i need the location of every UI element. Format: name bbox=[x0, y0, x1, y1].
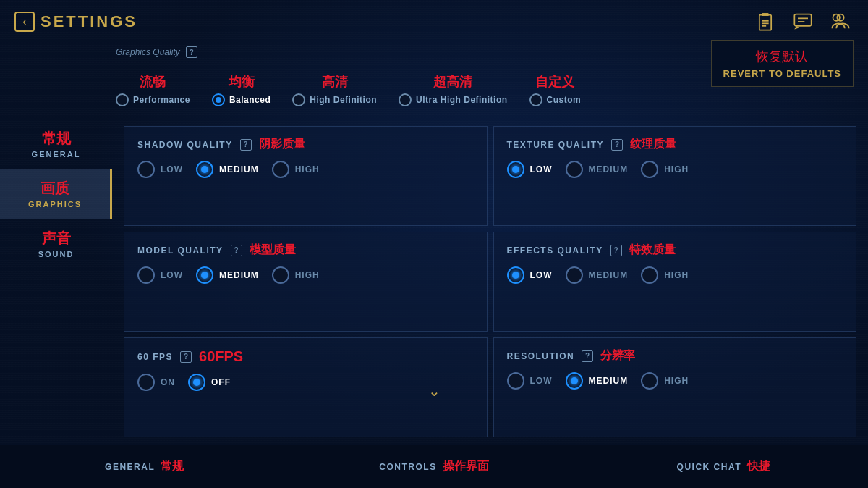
effects-medium-radio[interactable] bbox=[566, 266, 583, 284]
effects-high-option[interactable]: HIGH bbox=[641, 266, 689, 284]
effects-quality-cell: EFFECTS QUALITY ? 特效质量 LOW MEDIUM bbox=[493, 232, 857, 332]
fps-off-option[interactable]: OFF bbox=[188, 374, 231, 391]
back-arrow-icon: ‹ bbox=[14, 12, 35, 32]
texture-low-radio[interactable] bbox=[507, 161, 524, 178]
bottom-nav-controls-cn: 操作界面 bbox=[443, 459, 489, 474]
model-quality-title-en: MODEL QUALITY bbox=[137, 245, 224, 256]
texture-quality-info[interactable]: ? bbox=[611, 139, 623, 151]
tab-balanced-radio[interactable] bbox=[212, 93, 225, 106]
tab-high-def[interactable]: 高清 High Definition bbox=[292, 73, 377, 106]
graphics-quality-info-icon[interactable]: ? bbox=[186, 46, 197, 58]
resolution-low-option[interactable]: LOW bbox=[507, 372, 553, 390]
tab-custom-radio[interactable] bbox=[529, 93, 542, 106]
shadow-quality-title-en: SHADOW QUALITY bbox=[137, 140, 233, 150]
shadow-quality-info[interactable]: ? bbox=[240, 139, 252, 151]
model-quality-info[interactable]: ? bbox=[231, 245, 242, 256]
resolution-info[interactable]: ? bbox=[582, 350, 593, 362]
effects-low-option[interactable]: LOW bbox=[507, 266, 553, 284]
texture-medium-option[interactable]: MEDIUM bbox=[566, 161, 629, 178]
shadow-medium-option[interactable]: MEDIUM bbox=[196, 161, 259, 178]
shadow-low-option[interactable]: LOW bbox=[137, 161, 183, 178]
bottom-nav-general-en: GENERAL bbox=[105, 462, 155, 472]
tab-high-def-cn: 高清 bbox=[322, 73, 348, 91]
revert-tooltip[interactable]: 恢复默认 REVERT TO DEFAULTS bbox=[711, 40, 854, 87]
tab-high-def-radio[interactable] bbox=[292, 93, 305, 106]
sidebar-item-general[interactable]: 常规 GENERAL bbox=[0, 119, 112, 169]
texture-high-option[interactable]: HIGH bbox=[641, 161, 689, 178]
shadow-high-option[interactable]: HIGH bbox=[272, 161, 320, 178]
texture-low-option[interactable]: LOW bbox=[507, 161, 553, 178]
texture-quality-title-cn: 纹理质量 bbox=[630, 137, 676, 152]
fps-off-radio[interactable] bbox=[188, 374, 205, 391]
effects-low-radio[interactable] bbox=[507, 266, 524, 284]
tab-balanced-en: Balanced bbox=[229, 95, 271, 105]
model-low-radio[interactable] bbox=[137, 266, 155, 284]
tab-performance-cn: 流畅 bbox=[140, 73, 166, 91]
sidebar-item-graphics[interactable]: 画质 GRAPHICS bbox=[0, 169, 112, 219]
header: ‹ SETTINGS bbox=[0, 0, 868, 43]
tab-balanced[interactable]: 均衡 Balanced bbox=[212, 73, 271, 106]
graphics-quality-label-en: Graphics Quality bbox=[116, 47, 180, 57]
tab-ultra-hd[interactable]: 超高清 Ultra High Definition bbox=[399, 73, 508, 106]
texture-medium-label: MEDIUM bbox=[589, 164, 629, 174]
tab-custom[interactable]: 自定义 Custom bbox=[529, 73, 582, 106]
svg-rect-2 bbox=[762, 13, 768, 16]
bottom-nav-controls[interactable]: CONTROLS 操作界面 bbox=[289, 445, 579, 488]
bottom-nav-quickchat-en: QUICK CHAT bbox=[677, 462, 741, 472]
texture-medium-radio[interactable] bbox=[566, 161, 583, 178]
tab-ultra-hd-radio[interactable] bbox=[399, 93, 412, 106]
resolution-medium-radio[interactable] bbox=[566, 372, 583, 390]
fps-off-label: OFF bbox=[211, 377, 231, 387]
model-medium-option[interactable]: MEDIUM bbox=[196, 266, 259, 284]
back-button[interactable]: ‹ SETTINGS bbox=[14, 12, 137, 32]
settings-title: SETTINGS bbox=[41, 12, 137, 31]
model-high-option[interactable]: HIGH bbox=[272, 266, 320, 284]
shadow-high-radio[interactable] bbox=[272, 161, 289, 178]
sidebar-sound-cn: 声音 bbox=[42, 229, 71, 248]
effects-quality-title-cn: 特效质量 bbox=[629, 243, 676, 258]
tab-high-def-en: High Definition bbox=[310, 95, 377, 105]
clipboard-icon bbox=[755, 12, 775, 32]
effects-quality-info[interactable]: ? bbox=[610, 245, 622, 256]
tab-custom-cn: 自定义 bbox=[535, 73, 574, 91]
bottom-nav-quickchat-cn: 快捷 bbox=[747, 459, 770, 474]
fps-on-radio[interactable] bbox=[137, 374, 155, 391]
tab-performance-radio[interactable] bbox=[116, 93, 129, 106]
effects-high-label: HIGH bbox=[664, 270, 689, 280]
header-icons bbox=[752, 9, 854, 35]
tab-custom-en: Custom bbox=[547, 95, 582, 105]
shadow-medium-radio[interactable] bbox=[196, 161, 213, 178]
resolution-medium-label: MEDIUM bbox=[589, 376, 629, 386]
tab-performance[interactable]: 流畅 Performance bbox=[116, 73, 190, 106]
sidebar-item-sound[interactable]: 声音 SOUND bbox=[0, 219, 112, 269]
model-high-label: HIGH bbox=[295, 270, 320, 280]
texture-quality-title-en: TEXTURE QUALITY bbox=[507, 140, 605, 150]
clipboard-icon-button[interactable] bbox=[752, 9, 778, 35]
fps-on-option[interactable]: ON bbox=[137, 374, 175, 391]
model-low-option[interactable]: LOW bbox=[137, 266, 183, 284]
shadow-low-radio[interactable] bbox=[137, 161, 155, 178]
shadow-quality-title-cn: 阴影质量 bbox=[259, 137, 305, 152]
profile-icon-button[interactable] bbox=[827, 9, 854, 35]
resolution-low-label: LOW bbox=[530, 376, 553, 386]
resolution-low-radio[interactable] bbox=[507, 372, 524, 390]
shadow-medium-label: MEDIUM bbox=[219, 164, 259, 174]
bottom-nav-quickchat[interactable]: QUICK CHAT 快捷 bbox=[579, 445, 868, 488]
fps-info[interactable]: ? bbox=[180, 351, 192, 363]
model-high-radio[interactable] bbox=[272, 266, 289, 284]
resolution-high-radio[interactable] bbox=[641, 372, 658, 390]
texture-high-label: HIGH bbox=[664, 164, 689, 174]
model-medium-radio[interactable] bbox=[196, 266, 213, 284]
effects-high-radio[interactable] bbox=[641, 266, 658, 284]
resolution-medium-option[interactable]: MEDIUM bbox=[566, 372, 629, 390]
chat-icon-button[interactable] bbox=[790, 9, 816, 35]
effects-medium-option[interactable]: MEDIUM bbox=[566, 266, 629, 284]
texture-high-radio[interactable] bbox=[641, 161, 658, 178]
tab-ultra-hd-cn: 超高清 bbox=[433, 73, 472, 91]
resolution-high-option[interactable]: HIGH bbox=[641, 372, 689, 390]
tab-performance-en: Performance bbox=[133, 95, 190, 105]
bottom-nav-general[interactable]: GENERAL 常规 bbox=[0, 445, 289, 488]
bottom-nav-controls-en: CONTROLS bbox=[379, 462, 436, 472]
shadow-high-label: HIGH bbox=[295, 164, 320, 174]
fps-title-en: 60 FPS bbox=[137, 352, 173, 362]
